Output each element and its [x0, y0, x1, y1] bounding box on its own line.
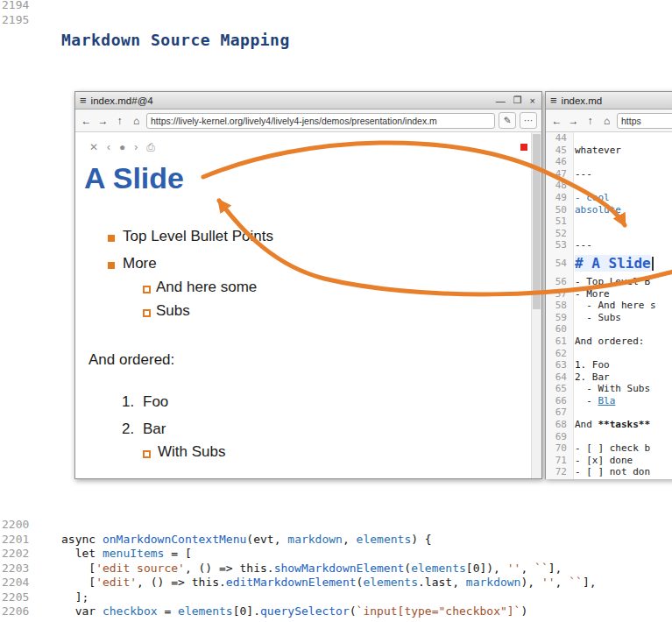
- line-text: ['edit', () => this.editMarkdownElement(…: [61, 576, 597, 590]
- editor-line[interactable]: 631. Foo: [546, 359, 672, 371]
- line-number: 44: [546, 132, 575, 145]
- editor-line[interactable]: 58 - And here s: [546, 300, 672, 312]
- editor-line[interactable]: 47---: [546, 168, 672, 180]
- editor-line[interactable]: 61And ordered:: [546, 336, 672, 348]
- editor-line[interactable]: 57- More: [546, 288, 672, 300]
- slide-content[interactable]: ✕ ‹ ● › ⎙ A Slide Top Level Bullet Point…: [75, 132, 541, 478]
- editor-line[interactable]: 44: [546, 132, 672, 145]
- url-input[interactable]: https: [617, 113, 672, 129]
- window-title: index.md: [562, 95, 672, 106]
- code-line[interactable]: 2200: [2, 518, 672, 533]
- maximize-icon[interactable]: ❐: [512, 95, 524, 106]
- gutter-line[interactable]: 2194: [2, 0, 61, 13]
- line-number: 46: [546, 156, 575, 168]
- code-line[interactable]: 2205 ];: [2, 590, 672, 605]
- gutter-line[interactable]: 2195: [2, 13, 61, 28]
- editor-line[interactable]: 46: [546, 156, 672, 168]
- code-line[interactable]: 2206 var checkbox = elements[0].querySel…: [2, 604, 672, 619]
- source-editor[interactable]: 4445whatever4647---4849- cool50absolute5…: [546, 132, 672, 479]
- line-number: 66: [546, 395, 575, 407]
- line-number: 2201: [2, 533, 32, 548]
- editor-line[interactable]: 642. Bar: [546, 371, 672, 384]
- editor-line[interactable]: 48: [546, 180, 672, 192]
- editor-line[interactable]: 66 - Bla: [546, 395, 672, 407]
- menu-icon[interactable]: ≡: [80, 94, 87, 107]
- editor-line[interactable]: 68And **tasks**: [546, 419, 672, 431]
- editor-line[interactable]: 51: [546, 216, 672, 228]
- bullet-square-icon: [108, 235, 115, 242]
- bullet-item: More: [123, 255, 157, 272]
- window-titlebar[interactable]: ≡ index.md: [546, 92, 672, 110]
- code-line[interactable]: 2201async onMarkdownContextMenu(evt, mar…: [2, 533, 672, 548]
- line-text: let menuItems = [: [61, 547, 192, 562]
- scrollbar-thumb[interactable]: [533, 134, 541, 309]
- record-indicator: [520, 144, 527, 151]
- editor-line[interactable]: 56- Top Level B: [546, 276, 672, 288]
- line-number: 64: [546, 371, 575, 384]
- editor-line[interactable]: 71- [x] done: [546, 455, 672, 467]
- line-text: 1. Foo: [575, 359, 610, 371]
- line-number: 57: [546, 288, 575, 300]
- scrollbar[interactable]: [531, 132, 541, 478]
- editor-line[interactable]: 60: [546, 323, 672, 336]
- line-text: - [ ] check b: [575, 442, 650, 455]
- editor-line[interactable]: 50absolute: [546, 204, 672, 216]
- code-line[interactable]: 2202 let menuItems = [: [2, 547, 672, 562]
- line-text: - cool: [575, 192, 610, 204]
- editor-line[interactable]: 62: [546, 348, 672, 360]
- line-number: 59: [546, 312, 575, 324]
- ordered-number: 1.: [122, 393, 134, 411]
- forward-icon[interactable]: →: [567, 115, 580, 127]
- prev-slide-icon[interactable]: ‹: [107, 141, 110, 153]
- close-presentation-icon[interactable]: ✕: [89, 141, 98, 153]
- line-text: ['edit source', () => this.showMarkdownE…: [61, 562, 562, 576]
- line-number: 48: [546, 180, 575, 192]
- minimize-icon[interactable]: —: [494, 95, 507, 106]
- home-icon[interactable]: ⌂: [130, 115, 143, 127]
- url-input[interactable]: https://lively-kernel.org/lively4/lively…: [146, 113, 495, 129]
- up-icon[interactable]: ↑: [113, 115, 126, 127]
- line-text: And ordered:: [575, 336, 644, 348]
- line-number: 60: [546, 323, 575, 336]
- editor-line[interactable]: 65 - With Subs: [546, 383, 672, 395]
- line-text: - Bla: [575, 395, 615, 407]
- menu-icon[interactable]: ≡: [550, 94, 557, 107]
- code-editor[interactable]: 22002201async onMarkdownContextMenu(evt,…: [2, 518, 672, 619]
- more-options-icon[interactable]: ···: [520, 112, 537, 129]
- up-icon[interactable]: ↑: [584, 115, 597, 127]
- home-icon[interactable]: ⌂: [600, 115, 613, 127]
- editor-line[interactable]: 54# A Slide: [546, 251, 672, 276]
- bullet-hollow-square-icon: [143, 450, 151, 458]
- line-text: absolute: [575, 204, 621, 216]
- slide-dot-icon[interactable]: ●: [119, 141, 125, 153]
- back-icon[interactable]: ←: [550, 115, 563, 127]
- ordered-item: Foo: [143, 393, 168, 411]
- window-titlebar[interactable]: ≡ index.md#@4 — ❐ ×: [75, 92, 541, 110]
- close-icon[interactable]: ×: [528, 95, 537, 106]
- ordered-number: 2.: [122, 421, 134, 438]
- print-icon[interactable]: ⎙: [146, 141, 155, 153]
- code-line[interactable]: 2204 ['edit', () => this.editMarkdownEle…: [2, 576, 672, 590]
- line-text: - Subs: [575, 312, 621, 324]
- line-number: 56: [546, 276, 575, 288]
- editor-line[interactable]: 45whatever: [546, 145, 672, 157]
- editor-line[interactable]: 67: [546, 406, 672, 419]
- bullet-hollow-square-icon: [143, 309, 151, 317]
- editor-line[interactable]: 72- [ ] not don: [546, 466, 672, 478]
- edit-pencil-icon[interactable]: ✎: [499, 112, 516, 129]
- editor-line[interactable]: 53---: [546, 239, 672, 251]
- line-text: 2. Bar: [575, 371, 610, 384]
- line-number: 2202: [2, 547, 32, 562]
- back-icon[interactable]: ←: [80, 115, 93, 127]
- editor-line[interactable]: 69: [546, 431, 672, 443]
- line-text: ---: [575, 239, 592, 251]
- editor-line[interactable]: 59 - Subs: [546, 312, 672, 324]
- next-slide-icon[interactable]: ›: [134, 141, 138, 153]
- line-number: 45: [546, 145, 575, 157]
- editor-line[interactable]: 49- cool: [546, 192, 672, 204]
- editor-line[interactable]: 70- [ ] check b: [546, 442, 672, 455]
- editor-line[interactable]: 52: [546, 228, 672, 240]
- page-title: Markdown Source Mapping: [61, 31, 290, 49]
- forward-icon[interactable]: →: [96, 115, 110, 127]
- code-line[interactable]: 2203 ['edit source', () => this.showMark…: [2, 562, 672, 576]
